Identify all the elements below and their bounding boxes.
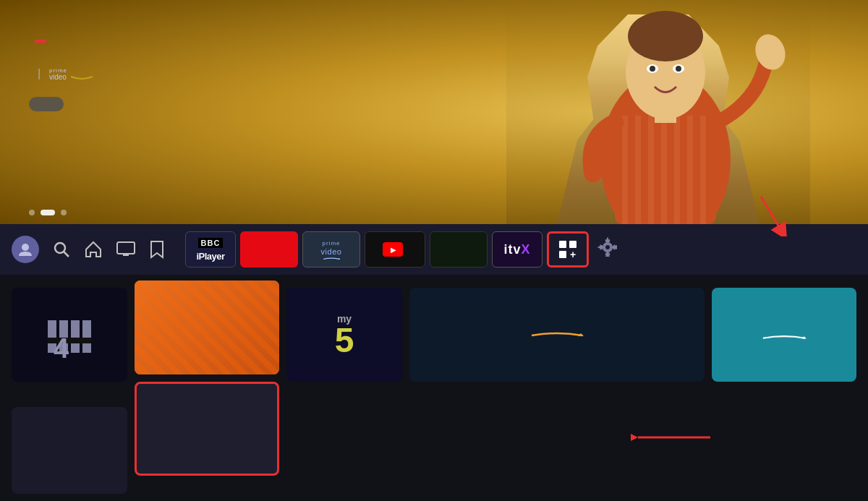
settings-icon[interactable] bbox=[597, 237, 618, 262]
grid-plus-icon: + bbox=[569, 251, 576, 258]
video-label: video bbox=[321, 247, 342, 256]
live-badge bbox=[35, 40, 46, 43]
user-avatar-icon[interactable] bbox=[12, 236, 39, 263]
svg-rect-7 bbox=[687, 116, 693, 224]
prime-video-logo: prime video bbox=[318, 240, 344, 260]
amazon-music-logo bbox=[528, 328, 586, 341]
svg-point-15 bbox=[676, 66, 681, 72]
internet-smile-svg bbox=[759, 333, 809, 341]
more-apps-grid-icon: + bbox=[556, 238, 579, 261]
svg-point-14 bbox=[650, 66, 655, 72]
prime-video-logo-svg: prime video bbox=[49, 65, 107, 80]
svg-rect-8 bbox=[700, 116, 706, 224]
svg-line-19 bbox=[761, 197, 783, 233]
svg-rect-5 bbox=[661, 116, 667, 224]
itvx-label: itvX bbox=[503, 242, 530, 257]
carousel-dot-3[interactable] bbox=[61, 210, 67, 215]
appstore-background bbox=[135, 281, 279, 374]
svg-point-27 bbox=[605, 244, 610, 250]
bbc-iplayer-tile[interactable]: BBC iPlayer bbox=[185, 231, 236, 267]
svg-text:video: video bbox=[49, 73, 67, 80]
svg-point-16 bbox=[751, 30, 791, 74]
svg-point-29 bbox=[605, 245, 610, 249]
search-icon[interactable] bbox=[52, 240, 71, 259]
internet-tile[interactable] bbox=[712, 288, 856, 382]
annotation-2-arrow-svg bbox=[631, 423, 718, 452]
hero-subtitle-bar: | prime video bbox=[29, 65, 107, 82]
learn-more-button[interactable] bbox=[29, 97, 64, 111]
grid-square-3 bbox=[559, 251, 566, 258]
home-icon[interactable] bbox=[84, 240, 103, 259]
home-icon-svg bbox=[84, 240, 103, 259]
freevee-tile[interactable] bbox=[430, 231, 488, 267]
bbc-label: BBC bbox=[198, 238, 224, 248]
character-svg bbox=[521, 0, 810, 224]
svg-rect-34 bbox=[82, 320, 91, 353]
appstore-tile[interactable] bbox=[135, 281, 279, 374]
svg-rect-4 bbox=[648, 116, 654, 224]
svg-rect-6 bbox=[674, 116, 680, 224]
hero-character-image bbox=[506, 0, 810, 224]
annotation-1-arrow-svg bbox=[754, 193, 790, 236]
svg-line-22 bbox=[64, 252, 69, 257]
annotation-arrow-2 bbox=[631, 423, 723, 452]
iplayer-label: iPlayer bbox=[196, 251, 224, 262]
svg-point-26 bbox=[339, 258, 340, 260]
svg-rect-2 bbox=[622, 116, 628, 224]
amazon-music-tile[interactable] bbox=[409, 288, 705, 382]
svg-point-20 bbox=[22, 244, 29, 251]
svg-point-11 bbox=[628, 11, 703, 61]
prime-label: prime bbox=[322, 240, 340, 247]
svg-rect-3 bbox=[635, 116, 641, 224]
carousel-dot-1[interactable] bbox=[29, 210, 35, 215]
netflix-tile[interactable] bbox=[240, 231, 298, 267]
appstore-column bbox=[135, 281, 279, 495]
settings-gear-icon-svg bbox=[597, 237, 618, 257]
channel4-tile[interactable]: 4 bbox=[12, 288, 127, 382]
channel4-logo-svg: 4 bbox=[41, 306, 98, 364]
bottom-apps-row bbox=[12, 407, 127, 494]
svg-rect-23 bbox=[117, 242, 135, 254]
hero-title-sub bbox=[29, 22, 107, 56]
tv-icon[interactable] bbox=[116, 241, 136, 258]
navigation-bar: BBC iPlayer prime video bbox=[0, 224, 868, 275]
carousel-dot-2[interactable] bbox=[41, 210, 55, 215]
nav-left-icons bbox=[12, 236, 165, 263]
youtube-play-icon bbox=[383, 242, 403, 257]
apps-section: 4 my 5 bbox=[0, 275, 868, 501]
user-icon-svg bbox=[17, 241, 33, 257]
prime-smile-svg bbox=[318, 257, 344, 260]
nav-apps-row: BBC iPlayer prime video bbox=[185, 231, 856, 267]
my5-tile[interactable]: my 5 bbox=[286, 288, 402, 382]
my5-number: 5 bbox=[335, 325, 354, 356]
svg-rect-33 bbox=[71, 320, 80, 353]
more-apps-tile[interactable]: + bbox=[547, 231, 589, 267]
hero-separator: | bbox=[38, 67, 41, 80]
get-more-apps-tile[interactable] bbox=[135, 382, 279, 476]
annotation-arrow-1 bbox=[754, 192, 790, 236]
amazon-smile-svg bbox=[528, 330, 586, 338]
hero-carousel-dots bbox=[29, 210, 67, 215]
grid-square-1 bbox=[559, 241, 566, 248]
prime-video-tile[interactable]: prime video bbox=[302, 231, 360, 267]
my5-logo: my 5 bbox=[335, 313, 354, 356]
bookmark-icon-svg bbox=[149, 240, 165, 259]
youtube-tile[interactable] bbox=[365, 231, 425, 267]
search-icon-svg bbox=[52, 240, 71, 259]
my-apps-tile[interactable] bbox=[12, 407, 127, 494]
itvx-tile[interactable]: itvX bbox=[492, 231, 542, 267]
hero-text-block: | prime video bbox=[29, 22, 107, 111]
tv-icon-svg bbox=[116, 241, 136, 258]
svg-point-21 bbox=[55, 243, 65, 253]
svg-text:4: 4 bbox=[54, 333, 69, 364]
hero-section: | prime video bbox=[0, 0, 868, 224]
grid-square-2 bbox=[569, 241, 576, 248]
bookmark-icon[interactable] bbox=[149, 240, 165, 259]
hero-service-text: prime video bbox=[49, 65, 107, 82]
